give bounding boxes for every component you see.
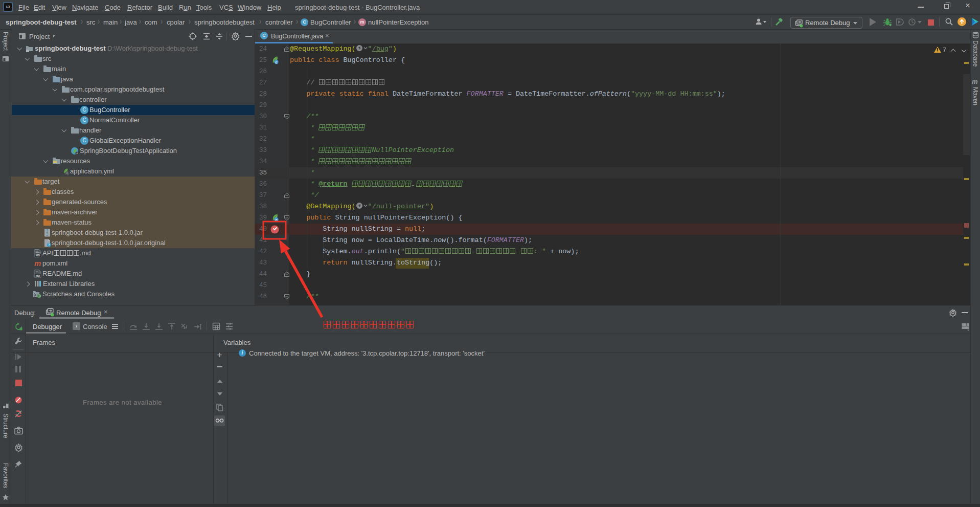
svg-text:?: ? xyxy=(48,243,50,247)
svg-text:MD: MD xyxy=(36,254,40,257)
svg-text:e: e xyxy=(275,60,277,64)
svg-text:MD: MD xyxy=(36,274,40,277)
